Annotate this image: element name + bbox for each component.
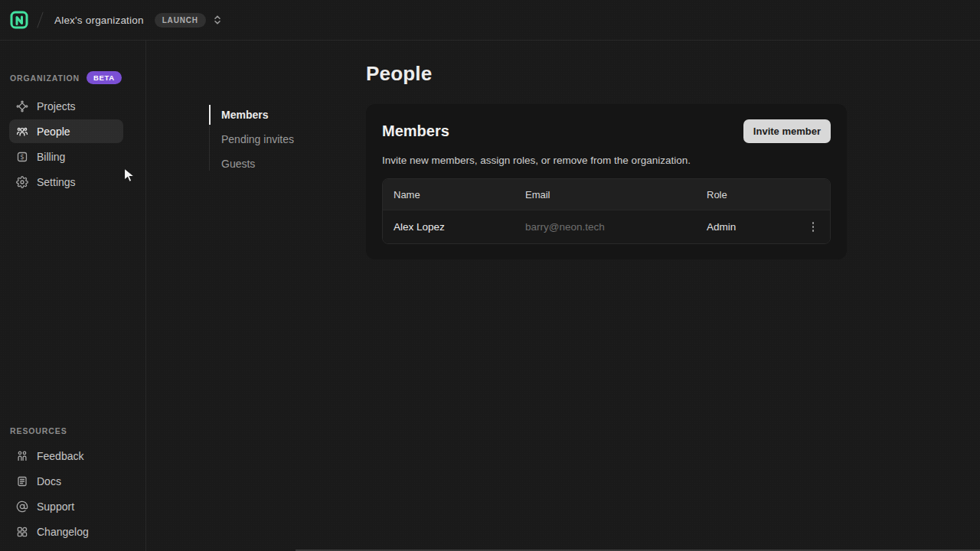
- organization-section-header: ORGANIZATION BETA: [10, 71, 136, 84]
- members-table: Name Email Role Alex Lopez barry@neon.te…: [382, 178, 831, 244]
- column-header-name: Name: [383, 189, 514, 201]
- breadcrumb-slash: [37, 11, 43, 28]
- plan-badge: LAUNCH: [155, 13, 206, 28]
- docs-icon: [16, 475, 28, 487]
- people-subnav: Members Pending invites Guests: [209, 105, 366, 174]
- sidebar-item-label: Settings: [37, 176, 76, 188]
- org-switcher-chevron-icon[interactable]: [212, 14, 223, 26]
- main-content: Members Pending invites Guests People Me…: [146, 41, 980, 551]
- svg-text:$: $: [20, 153, 24, 161]
- sidebar-item-label: Projects: [37, 100, 76, 112]
- neon-logo-icon[interactable]: [9, 10, 29, 30]
- sidebar-item-support[interactable]: Support: [9, 494, 123, 518]
- subnav-pending-invites[interactable]: Pending invites: [221, 129, 366, 149]
- members-card-description: Invite new members, assign roles, or rem…: [382, 155, 831, 166]
- sidebar-item-label: Changelog: [37, 526, 89, 538]
- page-title: People: [366, 62, 847, 86]
- projects-icon: [16, 100, 28, 112]
- sidebar-item-label: Support: [37, 500, 74, 513]
- people-icon: [16, 126, 28, 138]
- sidebar-item-people[interactable]: People: [9, 119, 123, 143]
- column-header-role: Role: [696, 189, 796, 201]
- resources-section: RESOURCES Feedback Doc: [9, 426, 136, 545]
- invite-member-button[interactable]: Invite member: [743, 119, 831, 143]
- sidebar-item-label: People: [37, 126, 70, 138]
- sidebar-item-settings[interactable]: Settings: [9, 170, 123, 194]
- beta-badge: BETA: [87, 71, 122, 84]
- sidebar-item-changelog[interactable]: Changelog: [9, 520, 123, 543]
- topbar: Alex's organization LAUNCH: [0, 0, 980, 41]
- sidebar-item-billing[interactable]: $ Billing: [9, 145, 123, 168]
- settings-icon: [16, 176, 28, 188]
- sidebar-item-feedback[interactable]: Feedback: [9, 444, 123, 468]
- table-header-row: Name Email Role: [383, 179, 830, 210]
- feedback-icon: [16, 450, 28, 462]
- organization-section-label: ORGANIZATION: [10, 73, 80, 83]
- sidebar-item-projects[interactable]: Projects: [9, 94, 123, 118]
- member-role: Admin: [696, 221, 796, 233]
- sidebar: ORGANIZATION BETA Projects: [0, 41, 146, 551]
- members-card-title: Members: [382, 122, 449, 140]
- changelog-icon: [16, 526, 28, 538]
- subnav-members[interactable]: Members: [221, 105, 366, 125]
- support-icon: [16, 500, 28, 513]
- sidebar-item-label: Billing: [37, 151, 65, 163]
- column-header-email: Email: [514, 189, 696, 201]
- resources-section-label: RESOURCES: [10, 426, 67, 435]
- row-actions-kebab-icon[interactable]: [809, 219, 818, 235]
- member-name: Alex Lopez: [383, 221, 514, 233]
- members-card: Members Invite member Invite new members…: [366, 104, 847, 259]
- org-name[interactable]: Alex's organization: [54, 15, 144, 26]
- sidebar-item-docs[interactable]: Docs: [9, 469, 123, 493]
- sidebar-item-label: Docs: [37, 475, 61, 487]
- subnav-guests[interactable]: Guests: [221, 154, 366, 174]
- member-email: barry@neon.tech: [514, 221, 696, 233]
- table-row: Alex Lopez barry@neon.tech Admin: [383, 210, 830, 243]
- billing-icon: $: [16, 151, 28, 163]
- sidebar-item-label: Feedback: [37, 450, 83, 462]
